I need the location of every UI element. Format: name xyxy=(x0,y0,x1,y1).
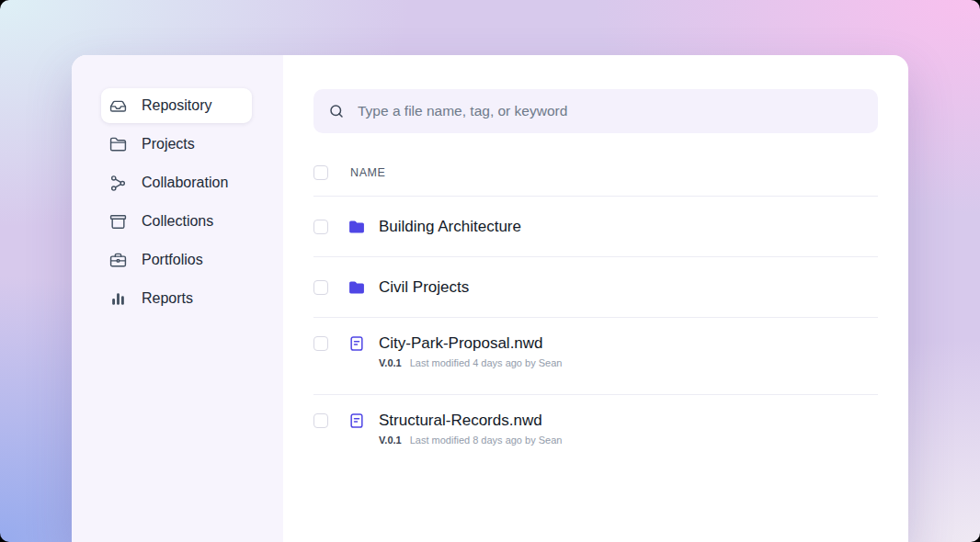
bar-chart-icon xyxy=(109,290,127,308)
row-version: V.0.1 xyxy=(379,435,402,446)
main-panel: NAME Building Architecture Civil Project… xyxy=(283,55,908,542)
table-row[interactable]: Building Architecture xyxy=(313,197,878,257)
row-modified: Last modified 8 days ago by Sean xyxy=(410,435,563,446)
row-modified: Last modified 4 days ago by Sean xyxy=(410,357,563,368)
row-meta: V.0.1 Last modified 8 days ago by Sean xyxy=(379,435,562,446)
sidebar-item-projects[interactable]: Projects xyxy=(101,127,252,162)
row-name[interactable]: City-Park-Proposal.nwd xyxy=(379,333,562,354)
folder-filled-icon xyxy=(348,218,366,236)
file-list-header: NAME xyxy=(313,165,878,197)
folder-icon xyxy=(109,136,127,153)
row-checkbox[interactable] xyxy=(313,280,328,295)
inbox-icon xyxy=(109,97,127,115)
row-meta: V.0.1 Last modified 4 days ago by Sean xyxy=(379,357,562,368)
sidebar-item-label: Projects xyxy=(142,136,195,152)
file-doc-icon xyxy=(348,412,366,430)
search-icon xyxy=(328,103,345,119)
select-all-checkbox[interactable] xyxy=(313,165,328,180)
desktop-background: Repository Projects Collaboration Collec… xyxy=(0,0,980,542)
search-bar[interactable] xyxy=(313,89,878,133)
row-checkbox[interactable] xyxy=(313,336,328,351)
sidebar-item-collections[interactable]: Collections xyxy=(101,204,252,239)
row-version: V.0.1 xyxy=(379,357,402,368)
sidebar-item-collaboration[interactable]: Collaboration xyxy=(101,165,252,200)
row-checkbox[interactable] xyxy=(313,413,328,428)
row-checkbox[interactable] xyxy=(313,220,328,234)
sidebar-item-repository[interactable]: Repository xyxy=(101,88,252,123)
row-name[interactable]: Civil Projects xyxy=(379,277,469,298)
share-icon xyxy=(109,175,127,192)
briefcase-icon xyxy=(109,252,127,269)
folder-filled-icon xyxy=(348,278,366,297)
sidebar: Repository Projects Collaboration Collec… xyxy=(72,55,283,542)
sidebar-item-label: Portfolios xyxy=(142,252,203,268)
table-row[interactable]: Structural-Records.nwd V.0.1 Last modifi… xyxy=(313,395,878,472)
row-name[interactable]: Building Architecture xyxy=(379,217,521,237)
app-window: Repository Projects Collaboration Collec… xyxy=(72,55,908,542)
row-name[interactable]: Structural-Records.nwd xyxy=(379,411,562,431)
table-row[interactable]: Civil Projects xyxy=(313,257,878,318)
table-row[interactable]: City-Park-Proposal.nwd V.0.1 Last modifi… xyxy=(313,318,878,395)
sidebar-item-label: Repository xyxy=(142,97,211,114)
sidebar-item-label: Collections xyxy=(142,213,213,230)
sidebar-item-label: Reports xyxy=(142,290,193,307)
name-column-header: NAME xyxy=(350,166,386,179)
file-list: Building Architecture Civil Projects Cit… xyxy=(313,197,878,472)
sidebar-item-label: Collaboration xyxy=(142,175,228,191)
search-input[interactable] xyxy=(356,102,863,120)
sidebar-item-reports[interactable]: Reports xyxy=(101,281,252,316)
sidebar-item-portfolios[interactable]: Portfolios xyxy=(101,243,252,277)
archive-icon xyxy=(109,213,127,231)
file-doc-icon xyxy=(348,334,366,353)
